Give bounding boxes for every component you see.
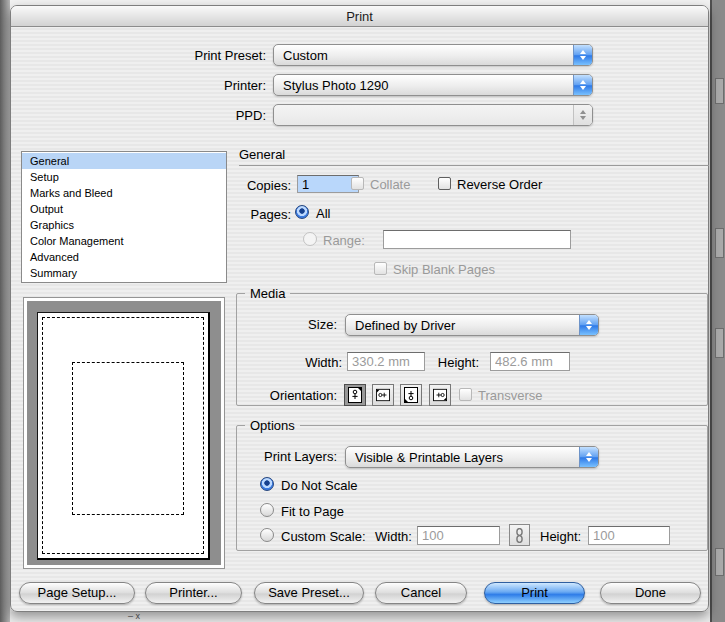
media-legend: Media	[245, 286, 290, 301]
background-panel-edge	[710, 0, 725, 622]
custom-scale-width-input[interactable]	[417, 526, 500, 545]
options-legend: Options	[245, 418, 300, 433]
pages-range-radio[interactable]	[303, 232, 317, 246]
orientation-portrait-icon[interactable]	[344, 384, 366, 406]
media-height-input	[490, 352, 570, 371]
background-panel-segment	[715, 548, 724, 576]
preview-pasteboard	[27, 301, 221, 565]
reverse-order-label: Reverse Order	[457, 177, 542, 192]
range-input[interactable]	[383, 230, 571, 249]
preview-document-page	[72, 362, 184, 515]
options-group: Options Print Layers: Visible & Printabl…	[236, 418, 708, 551]
popup-arrows-icon	[573, 75, 592, 95]
size-popup[interactable]: Defined by Driver	[345, 314, 599, 336]
transverse-checkbox	[459, 388, 472, 401]
custom-scale-width-label: Width:	[375, 529, 412, 544]
collate-checkbox	[351, 177, 364, 190]
fit-to-page-radio[interactable]	[260, 503, 274, 517]
media-height-label: Height:	[394, 355, 479, 370]
background-window-left-edge	[0, 0, 10, 622]
printer-button[interactable]: Printer...	[145, 582, 242, 604]
pages-all-radio[interactable]	[295, 205, 309, 219]
pages-range-label: Range:	[323, 233, 365, 248]
ppd-label: PPD:	[66, 108, 266, 123]
copies-input[interactable]	[297, 175, 359, 193]
print-layers-value: Visible & Printable Layers	[355, 450, 503, 465]
ppd-popup	[273, 104, 593, 126]
media-group: Media Size: Defined by Driver Width: Hei…	[236, 286, 708, 406]
print-preset-popup[interactable]: Custom	[273, 44, 593, 66]
print-button[interactable]: Print	[484, 582, 585, 604]
orientation-landscape-left-icon[interactable]	[372, 384, 394, 406]
print-layers-label: Print Layers:	[247, 449, 337, 464]
pages-label: Pages:	[191, 207, 291, 222]
collate-label: Collate	[370, 177, 410, 192]
size-label: Size:	[247, 317, 337, 332]
copies-label: Copies:	[191, 178, 291, 193]
print-layers-popup[interactable]: Visible & Printable Layers	[345, 446, 599, 468]
popup-arrows-icon	[579, 447, 598, 467]
background-panel-segment	[715, 78, 724, 104]
dialog-title: Print	[11, 6, 708, 27]
constrain-chain-icon[interactable]	[509, 524, 530, 546]
fit-to-page-label: Fit to Page	[281, 504, 344, 519]
custom-scale-height-input[interactable]	[588, 526, 670, 545]
done-button[interactable]: Done	[600, 582, 701, 604]
page-preview	[23, 297, 225, 569]
do-not-scale-label: Do Not Scale	[281, 478, 358, 493]
save-preset-button[interactable]: Save Preset...	[254, 582, 364, 604]
preview-paper	[37, 312, 210, 560]
reverse-order-checkbox[interactable]	[438, 177, 451, 190]
printer-label: Printer:	[66, 78, 266, 93]
print-preset-label: Print Preset:	[66, 48, 266, 63]
popup-arrows-icon	[573, 105, 592, 125]
pages-all-label: All	[316, 206, 330, 221]
general-heading: General	[239, 147, 285, 162]
background-panel-segment	[715, 228, 724, 258]
orientation-reverse-portrait-icon[interactable]	[400, 384, 422, 406]
popup-arrows-icon	[573, 45, 592, 65]
orientation-landscape-right-icon[interactable]	[429, 384, 451, 406]
background-document-strip	[10, 612, 710, 622]
sidebar-item-advanced[interactable]: Advanced	[22, 249, 226, 265]
sidebar-item-general[interactable]: General	[22, 153, 226, 169]
printer-value: Stylus Photo 1290	[283, 78, 389, 93]
custom-scale-label: Custom Scale:	[281, 529, 366, 544]
popup-arrows-icon	[579, 315, 598, 335]
background-panel-segment	[715, 328, 724, 358]
transverse-label: Transverse	[478, 388, 543, 403]
print-preset-value: Custom	[283, 48, 328, 63]
background-window-fragment: – x	[128, 611, 140, 621]
sidebar-item-color-management[interactable]: Color Management	[22, 233, 226, 249]
page-setup-button[interactable]: Page Setup...	[19, 582, 135, 604]
printer-popup[interactable]: Stylus Photo 1290	[273, 74, 593, 96]
do-not-scale-radio[interactable]	[260, 477, 274, 491]
orientation-label: Orientation:	[247, 388, 337, 403]
general-divider	[239, 165, 709, 166]
skip-blank-pages-checkbox	[374, 262, 387, 275]
skip-blank-pages-label: Skip Blank Pages	[393, 262, 495, 277]
cancel-button[interactable]: Cancel	[375, 582, 467, 604]
custom-scale-radio[interactable]	[260, 528, 274, 542]
size-value: Defined by Driver	[355, 318, 455, 333]
media-width-label: Width:	[252, 355, 342, 370]
sidebar-item-summary[interactable]: Summary	[22, 265, 226, 281]
custom-scale-height-label: Height:	[540, 529, 581, 544]
print-dialog: Print Print Preset: Custom Printer: Styl…	[10, 5, 709, 612]
